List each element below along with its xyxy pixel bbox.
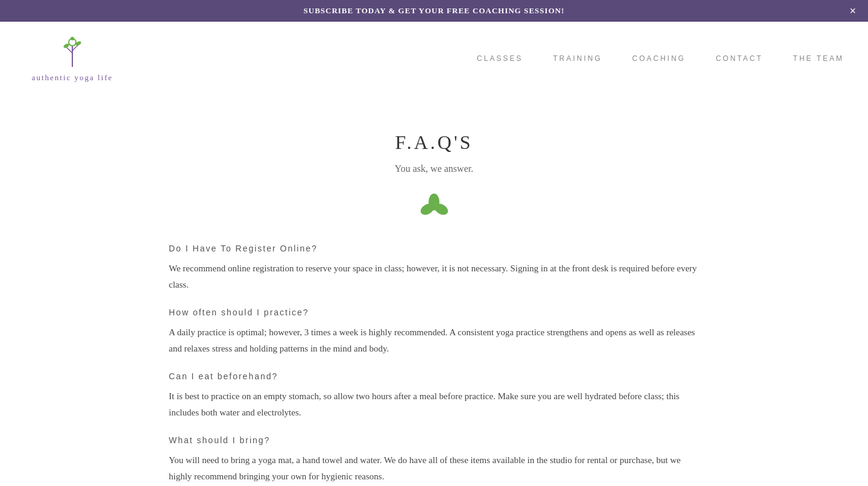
faq-item-1: How often should I practice? A daily pra…	[169, 308, 699, 357]
svg-point-9	[429, 194, 439, 210]
logo[interactable]: authentic yoga life	[24, 34, 121, 83]
faq-answer-2: It is best to practice on an empty stoma…	[169, 388, 699, 421]
faq-question-3: What should I bring?	[169, 435, 699, 445]
promo-banner: SUBSCRIBE TODAY & GET YOUR FREE COACHING…	[0, 0, 868, 22]
logo-icon	[60, 34, 84, 70]
leaf-svg	[418, 192, 451, 219]
site-header: authentic yoga life CLASSES TRAINING COA…	[0, 22, 868, 95]
nav-item-coaching[interactable]: COACHING	[632, 54, 686, 63]
logo-text: authentic yoga life	[32, 72, 113, 83]
main-nav: CLASSES TRAINING COACHING CONTACT THE TE…	[477, 54, 844, 63]
nav-item-training[interactable]: TRAINING	[553, 54, 602, 63]
nav-item-classes[interactable]: CLASSES	[477, 54, 523, 63]
page-title: F.A.Q'S	[169, 131, 699, 154]
nav-item-the-team[interactable]: THE TEAM	[793, 54, 844, 63]
svg-line-1	[66, 47, 72, 53]
leaf-decoration	[169, 192, 699, 219]
faq-section: Do I Have To Register Online? We recomme…	[169, 244, 699, 486]
faq-answer-1: A daily practice is optimal; however, 3 …	[169, 324, 699, 357]
page-subtitle: You ask, we answer.	[169, 163, 699, 174]
nav-item-contact[interactable]: CONTACT	[715, 54, 763, 63]
faq-item-3: What should I bring? You will need to br…	[169, 435, 699, 485]
faq-answer-0: We recommend online registration to rese…	[169, 260, 699, 293]
faq-item-0: Do I Have To Register Online? We recomme…	[169, 244, 699, 293]
faq-item-2: Can I eat beforehand? It is best to prac…	[169, 371, 699, 421]
banner-close-button[interactable]: ×	[849, 5, 856, 16]
faq-question-2: Can I eat beforehand?	[169, 371, 699, 381]
banner-text: SUBSCRIBE TODAY & GET YOUR FREE COACHING…	[304, 6, 565, 16]
faq-question-1: How often should I practice?	[169, 308, 699, 317]
main-content: F.A.Q'S You ask, we answer. Do I Have To…	[145, 95, 723, 486]
faq-answer-3: You will need to bring a yoga mat, a han…	[169, 452, 699, 485]
faq-question-0: Do I Have To Register Online?	[169, 244, 699, 253]
svg-point-6	[71, 37, 74, 40]
